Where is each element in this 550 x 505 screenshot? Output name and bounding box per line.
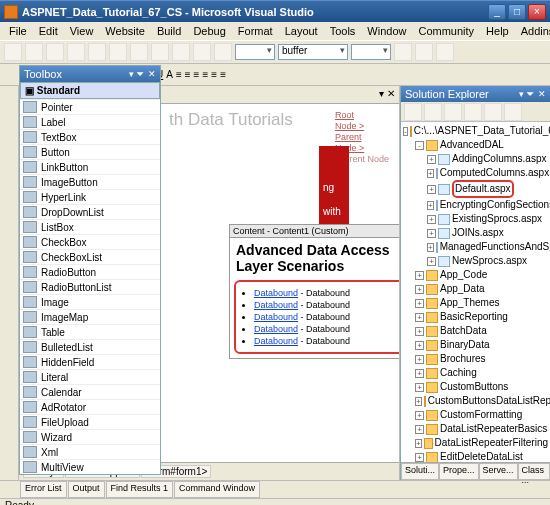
toolbox-item[interactable]: RadioButton	[20, 264, 160, 279]
design-controls[interactable]: ▾ ✕	[379, 88, 395, 99]
expand-icon[interactable]: +	[427, 229, 436, 238]
expand-icon[interactable]: +	[415, 355, 424, 364]
menu-help[interactable]: Help	[481, 24, 514, 38]
tab-solution[interactable]: Soluti...	[401, 463, 439, 480]
menu-debug[interactable]: Debug	[188, 24, 230, 38]
find-combo[interactable]: buffer	[278, 44, 348, 60]
expand-icon[interactable]: +	[427, 169, 434, 178]
platform-combo[interactable]	[351, 44, 391, 60]
menu-website[interactable]: Website	[100, 24, 150, 38]
toolbox-item[interactable]: Button	[20, 144, 160, 159]
expand-icon[interactable]: -	[415, 141, 424, 150]
maximize-button[interactable]: □	[508, 4, 526, 20]
tab-server[interactable]: Serve...	[479, 463, 518, 480]
toolbox-item[interactable]: Literal	[20, 369, 160, 384]
tree-item[interactable]: +App_Themes	[403, 296, 548, 310]
menu-file[interactable]: File	[4, 24, 32, 38]
toolbox-item[interactable]: Wizard	[20, 429, 160, 444]
close-button[interactable]: ×	[528, 4, 546, 20]
menu-format[interactable]: Format	[233, 24, 278, 38]
toolbar-button[interactable]	[436, 43, 454, 61]
expand-icon[interactable]: -	[403, 127, 408, 136]
toolbar-button[interactable]	[172, 43, 190, 61]
menu-addins[interactable]: Addins	[516, 24, 550, 38]
toolbar-button[interactable]	[214, 43, 232, 61]
tree-item[interactable]: +JOINs.aspx	[403, 226, 548, 240]
menu-tools[interactable]: Tools	[325, 24, 361, 38]
tree-item[interactable]: +BatchData	[403, 324, 548, 338]
toolbox-item[interactable]: Image	[20, 294, 160, 309]
expand-icon[interactable]: +	[427, 257, 436, 266]
expand-icon[interactable]: +	[427, 185, 436, 194]
nav-link[interactable]: Root	[335, 110, 389, 121]
tab-error-list[interactable]: Error List	[20, 481, 67, 498]
toolbox-item[interactable]: AdRotator	[20, 399, 160, 414]
toolbar-button[interactable]	[130, 43, 148, 61]
solution-tb-button[interactable]	[484, 103, 502, 121]
expand-icon[interactable]: +	[415, 299, 424, 308]
databound-link[interactable]: Databound	[254, 312, 298, 322]
menu-layout[interactable]: Layout	[280, 24, 323, 38]
menu-community[interactable]: Community	[413, 24, 479, 38]
tree-item[interactable]: +DataListRepeaterBasics	[403, 422, 548, 436]
toolbox-item[interactable]: ListBox	[20, 219, 160, 234]
toolbox-controls[interactable]: ▾ ⏷ ✕	[129, 69, 156, 79]
toolbar-button[interactable]	[415, 43, 433, 61]
expand-icon[interactable]: +	[415, 411, 424, 420]
toolbar-button[interactable]	[67, 43, 85, 61]
toolbox-item[interactable]: TextBox	[20, 129, 160, 144]
tree-item[interactable]: +Default.aspx	[403, 180, 548, 198]
expand-icon[interactable]: +	[415, 285, 424, 294]
tree-item[interactable]: +BinaryData	[403, 338, 548, 352]
menu-window[interactable]: Window	[362, 24, 411, 38]
align-button[interactable]: ≡	[202, 69, 208, 80]
tree-item[interactable]: +Brochures	[403, 352, 548, 366]
solution-tb-button[interactable]	[504, 103, 522, 121]
tree-item[interactable]: +CustomButtonsDataListRepeater	[403, 394, 548, 408]
align-button[interactable]: ≡	[176, 69, 182, 80]
toolbox-item[interactable]: ImageButton	[20, 174, 160, 189]
toolbox-item[interactable]: DropDownList	[20, 204, 160, 219]
toolbox-item[interactable]: Xml	[20, 444, 160, 459]
toolbox-item[interactable]: CheckBoxList	[20, 249, 160, 264]
toolbox-item[interactable]: ImageMap	[20, 309, 160, 324]
tab-output[interactable]: Output	[68, 481, 105, 498]
toolbox-item[interactable]: RadioButtonList	[20, 279, 160, 294]
list-button[interactable]: ≡	[211, 69, 217, 80]
toolbox-category[interactable]: ▣ Standard	[20, 82, 160, 99]
toolbox-item[interactable]: FileUpload	[20, 414, 160, 429]
tree-item[interactable]: +ExistingSprocs.aspx	[403, 212, 548, 226]
toolbox-item[interactable]: MultiView	[20, 459, 160, 474]
toolbox-item[interactable]: Table	[20, 324, 160, 339]
tree-item[interactable]: +CustomButtons	[403, 380, 548, 394]
menu-edit[interactable]: Edit	[34, 24, 63, 38]
toolbar-button[interactable]	[46, 43, 64, 61]
solution-tree[interactable]: -C:\...\ASPNET_Data_Tutorial_67_CS\-Adva…	[401, 122, 550, 462]
toolbox-item[interactable]: Label	[20, 114, 160, 129]
tree-item[interactable]: +EditDeleteDataList	[403, 450, 548, 462]
expand-icon[interactable]: +	[415, 341, 424, 350]
tree-item[interactable]: +CustomFormatting	[403, 408, 548, 422]
toolbox-item[interactable]: LinkButton	[20, 159, 160, 174]
expand-icon[interactable]: +	[415, 425, 424, 434]
tree-item[interactable]: +BasicReporting	[403, 310, 548, 324]
tree-item[interactable]: +AddingColumns.aspx	[403, 152, 548, 166]
color-button[interactable]: A	[166, 69, 173, 80]
expand-icon[interactable]: +	[427, 243, 434, 252]
toolbar-button[interactable]	[193, 43, 211, 61]
toolbar-button[interactable]	[151, 43, 169, 61]
toolbox-item[interactable]: CheckBox	[20, 234, 160, 249]
tree-item[interactable]: +NewSprocs.aspx	[403, 254, 548, 268]
tree-item[interactable]: +Caching	[403, 366, 548, 380]
toolbox-header[interactable]: Toolbox ▾ ⏷ ✕	[20, 66, 160, 82]
solution-tb-button[interactable]	[464, 103, 482, 121]
databound-link[interactable]: Databound	[254, 300, 298, 310]
solution-tb-button[interactable]	[444, 103, 462, 121]
tree-item[interactable]: +EncryptingConfigSections.aspx	[403, 198, 548, 212]
solution-tb-button[interactable]	[404, 103, 422, 121]
expand-icon[interactable]: +	[415, 369, 424, 378]
expand-icon[interactable]: +	[427, 155, 436, 164]
databound-link[interactable]: Databound	[254, 324, 298, 334]
align-button[interactable]: ≡	[185, 69, 191, 80]
nav-link[interactable]: Parent	[335, 132, 389, 143]
